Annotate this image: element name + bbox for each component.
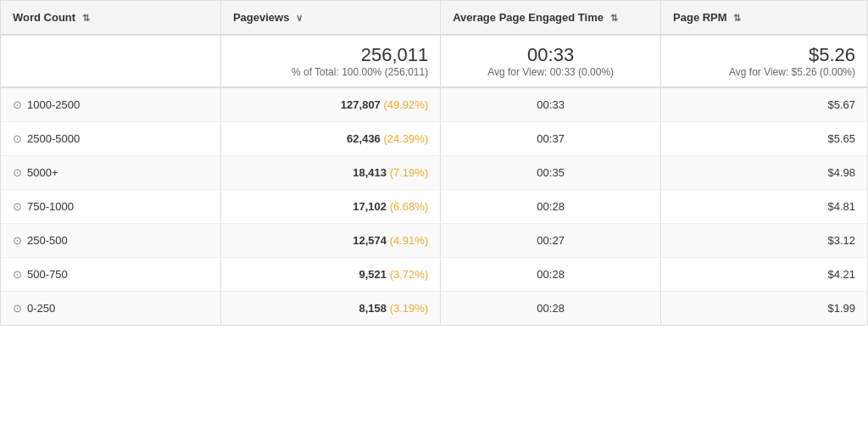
col-label-avg-time: Average Page Engaged Time — [453, 11, 604, 24]
rpm-cell: $3.12 — [661, 224, 867, 258]
avg-time-cell: 00:37 — [441, 122, 661, 156]
summary-time-sub: Avg for View: 00:33 (0.00%) — [453, 66, 648, 78]
clock-icon: ⊙ — [13, 98, 22, 111]
summary-rpm-main: $5.26 — [673, 44, 855, 66]
summary-pageviews-sub: % of Total: 100.00% (256,011) — [233, 66, 428, 78]
avg-time-cell: 00:33 — [441, 87, 661, 122]
sort-icon-page-rpm: ⇅ — [733, 13, 741, 24]
word-count-cell: ⊙500-750 — [1, 258, 220, 292]
table-row: ⊙0-2508,158 (3.19%)00:28$1.99 — [1, 292, 867, 326]
rpm-cell: $5.65 — [661, 122, 867, 156]
col-label-pageviews: Pageviews — [233, 11, 290, 24]
rpm-cell: $5.67 — [661, 87, 867, 122]
word-count-range: 5000+ — [27, 166, 58, 179]
pageviews-cell: 8,158 (3.19%) — [220, 292, 440, 326]
word-count-range: 750-1000 — [27, 200, 74, 213]
word-count-cell: ⊙1000-2500 — [1, 87, 220, 122]
rpm-cell: $4.21 — [661, 258, 867, 292]
rpm-cell: $4.81 — [661, 190, 867, 224]
summary-wordcount-cell — [1, 35, 220, 87]
word-count-cell: ⊙250-500 — [1, 224, 220, 258]
table-header-row: Word Count ⇅ Pageviews ∨ Average Page En… — [1, 1, 867, 35]
sort-icon-avg-time: ⇅ — [610, 13, 618, 24]
avg-time-cell: 00:35 — [441, 156, 661, 190]
pageviews-pct: (24.39%) — [383, 132, 428, 145]
col-label-page-rpm: Page RPM — [673, 11, 727, 24]
word-count-cell: ⊙5000+ — [1, 156, 220, 190]
pageviews-pct: (4.91%) — [390, 234, 429, 247]
clock-icon: ⊙ — [13, 268, 22, 281]
pageviews-value: 9,521 — [359, 268, 387, 281]
summary-pageviews-cell: 256,011 % of Total: 100.00% (256,011) — [220, 35, 440, 87]
col-header-word-count[interactable]: Word Count ⇅ — [1, 1, 220, 35]
pageviews-cell: 9,521 (3.72%) — [220, 258, 440, 292]
pageviews-value: 127,807 — [341, 98, 381, 111]
word-count-cell: ⊙750-1000 — [1, 190, 220, 224]
summary-pageviews-main: 256,011 — [233, 44, 428, 66]
pageviews-pct: (3.72%) — [390, 268, 429, 281]
pageviews-cell: 62,436 (24.39%) — [220, 122, 440, 156]
table-row: ⊙750-100017,102 (6.68%)00:28$4.81 — [1, 190, 867, 224]
summary-rpm-sub: Avg for View: $5.26 (0.00%) — [673, 66, 855, 78]
avg-time-cell: 00:28 — [441, 292, 661, 326]
pageviews-value: 62,436 — [347, 132, 381, 145]
word-count-cell: ⊙2500-5000 — [1, 122, 220, 156]
pageviews-value: 8,158 — [359, 302, 387, 315]
word-count-range: 250-500 — [27, 234, 68, 247]
clock-icon: ⊙ — [13, 302, 22, 315]
pageviews-value: 12,574 — [353, 234, 387, 247]
analytics-table: Word Count ⇅ Pageviews ∨ Average Page En… — [0, 0, 868, 326]
clock-icon: ⊙ — [13, 166, 22, 179]
clock-icon: ⊙ — [13, 234, 22, 247]
pageviews-pct: (49.92%) — [383, 98, 428, 111]
word-count-cell: ⊙0-250 — [1, 292, 220, 326]
sort-icon-word-count: ⇅ — [82, 13, 90, 24]
clock-icon: ⊙ — [13, 200, 22, 213]
col-label-word-count: Word Count — [13, 11, 75, 24]
rpm-cell: $1.99 — [661, 292, 867, 326]
avg-time-cell: 00:27 — [441, 224, 661, 258]
sort-icon-pageviews: ∨ — [296, 13, 303, 24]
word-count-range: 2500-5000 — [27, 132, 80, 145]
word-count-range: 0-250 — [27, 302, 55, 315]
col-header-page-rpm[interactable]: Page RPM ⇅ — [661, 1, 867, 35]
avg-time-cell: 00:28 — [441, 190, 661, 224]
col-header-pageviews[interactable]: Pageviews ∨ — [220, 1, 440, 35]
pageviews-pct: (6.68%) — [390, 200, 429, 213]
table-row: ⊙1000-2500127,807 (49.92%)00:33$5.67 — [1, 87, 867, 122]
rpm-cell: $4.98 — [661, 156, 867, 190]
table-row: ⊙500-7509,521 (3.72%)00:28$4.21 — [1, 258, 867, 292]
word-count-range: 1000-2500 — [27, 98, 80, 111]
summary-time-cell: 00:33 Avg for View: 00:33 (0.00%) — [441, 35, 661, 87]
clock-icon: ⊙ — [13, 132, 22, 145]
table-row: ⊙2500-500062,436 (24.39%)00:37$5.65 — [1, 122, 867, 156]
table-row: ⊙5000+18,413 (7.19%)00:35$4.98 — [1, 156, 867, 190]
pageviews-cell: 18,413 (7.19%) — [220, 156, 440, 190]
summary-row: 256,011 % of Total: 100.00% (256,011) 00… — [1, 35, 867, 87]
pageviews-cell: 12,574 (4.91%) — [220, 224, 440, 258]
avg-time-cell: 00:28 — [441, 258, 661, 292]
pageviews-pct: (3.19%) — [390, 302, 429, 315]
summary-rpm-cell: $5.26 Avg for View: $5.26 (0.00%) — [661, 35, 867, 87]
pageviews-cell: 17,102 (6.68%) — [220, 190, 440, 224]
pageviews-value: 18,413 — [353, 166, 387, 179]
pageviews-value: 17,102 — [353, 200, 387, 213]
pageviews-pct: (7.19%) — [390, 166, 429, 179]
word-count-range: 500-750 — [27, 268, 68, 281]
pageviews-cell: 127,807 (49.92%) — [220, 87, 440, 122]
col-header-avg-time[interactable]: Average Page Engaged Time ⇅ — [441, 1, 661, 35]
table-row: ⊙250-50012,574 (4.91%)00:27$3.12 — [1, 224, 867, 258]
summary-time-main: 00:33 — [453, 44, 648, 66]
